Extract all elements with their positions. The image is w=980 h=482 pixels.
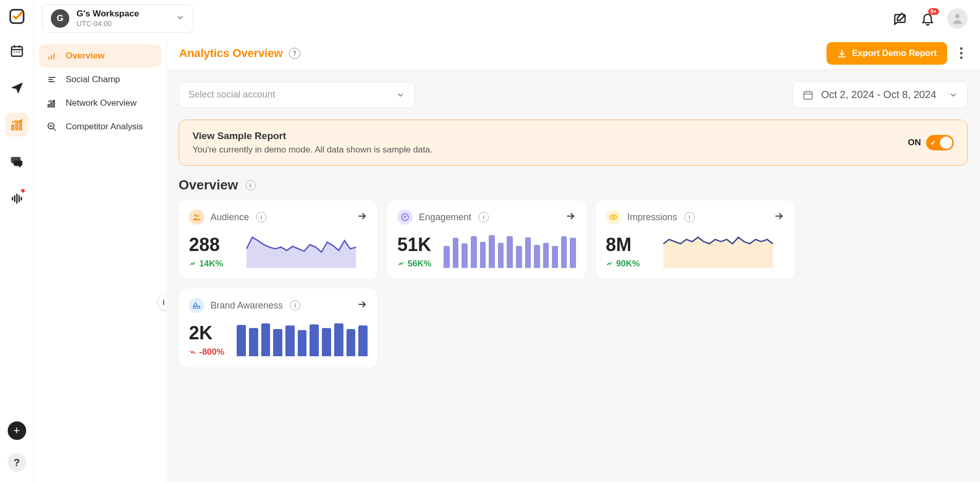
- metric-name: Brand Awareness: [210, 300, 283, 311]
- demo-toggle[interactable]: ✓: [926, 135, 954, 150]
- metric-name: Engagement: [419, 212, 471, 223]
- date-range-text: Oct 2, 2024 - Oct 8, 2024: [821, 89, 936, 101]
- help-button[interactable]: ?: [8, 453, 26, 472]
- workspace-name: G's Workspace: [76, 9, 139, 19]
- icon-rail: + ?: [0, 0, 33, 482]
- metric-name: Impressions: [627, 212, 677, 223]
- add-button[interactable]: +: [8, 421, 26, 440]
- info-icon[interactable]: ?: [289, 48, 300, 59]
- info-icon[interactable]: i: [245, 180, 256, 190]
- info-icon[interactable]: i: [256, 212, 266, 222]
- metric-icon: [189, 298, 204, 313]
- page-title: Analytics Overview ?: [179, 47, 300, 60]
- info-icon[interactable]: i: [478, 212, 489, 222]
- sidenav-item-network[interactable]: Network Overview: [39, 91, 161, 115]
- toggle-label: ON: [908, 138, 921, 148]
- network-icon: [46, 98, 57, 108]
- sidenav-item-overview[interactable]: Overview: [39, 44, 161, 68]
- sidenav-label: Network Overview: [66, 98, 137, 108]
- notification-badge: 9+: [928, 8, 939, 15]
- svg-point-37: [197, 215, 199, 217]
- workspace-timezone: UTC-04:00: [76, 20, 139, 28]
- sidenav-label: Overview: [66, 51, 105, 61]
- bars-icon: [46, 51, 57, 61]
- svg-rect-8: [12, 125, 13, 130]
- metric-card-impressions: Impressions i 8M 90K%: [595, 200, 795, 279]
- sidenav: Overview Social Champ Network Overview C…: [34, 37, 166, 482]
- svg-point-36: [195, 215, 197, 217]
- metric-change: -800%: [189, 347, 224, 357]
- metric-change: 56K%: [397, 259, 431, 269]
- arrow-right-icon[interactable]: [356, 299, 368, 312]
- metric-value: 2K: [189, 322, 224, 344]
- workspace-selector[interactable]: G G's Workspace UTC-04:00: [42, 4, 194, 32]
- metric-value: 288: [189, 234, 223, 256]
- sidenav-item-competitor[interactable]: Competitor Analysis: [39, 115, 161, 139]
- info-icon[interactable]: i: [684, 212, 695, 222]
- export-label: Export Demo Report: [852, 48, 937, 59]
- section-title: Overview i: [166, 177, 980, 200]
- compose-icon[interactable]: [892, 10, 908, 27]
- magnify-chart-icon: [46, 122, 57, 132]
- metric-value: 51K: [397, 234, 431, 256]
- svg-line-27: [53, 128, 56, 131]
- svg-point-6: [16, 51, 17, 52]
- filters-row: Select social account Oct 2, 2024 - Oct …: [166, 70, 980, 120]
- audio-icon[interactable]: [5, 187, 29, 210]
- chevron-down-icon: [176, 13, 185, 24]
- svg-point-39: [612, 216, 615, 219]
- metric-icon: [189, 209, 204, 225]
- banner-title: View Sample Report: [193, 130, 433, 142]
- more-options-button[interactable]: [954, 47, 968, 59]
- content-header: Analytics Overview ? Export Demo Report: [166, 37, 980, 70]
- svg-rect-9: [15, 123, 17, 130]
- svg-point-16: [955, 14, 960, 18]
- analytics-icon[interactable]: [5, 113, 29, 137]
- metric-change: 14K%: [189, 259, 223, 269]
- notifications-icon[interactable]: 9+: [919, 10, 936, 27]
- svg-point-38: [401, 214, 409, 221]
- metric-icon: [397, 209, 413, 225]
- date-range-picker[interactable]: Oct 2, 2024 - Oct 8, 2024: [793, 81, 968, 108]
- export-report-button[interactable]: Export Demo Report: [827, 42, 947, 65]
- svg-rect-10: [20, 121, 21, 129]
- svg-point-7: [18, 51, 20, 52]
- sidenav-label: Social Champ: [66, 74, 120, 85]
- demo-banner: View Sample Report You're currently in d…: [179, 120, 968, 166]
- metric-card-brand awareness: Brand Awareness i 2K -800%: [179, 288, 378, 368]
- content: Analytics Overview ? Export Demo Report …: [166, 37, 980, 482]
- info-icon[interactable]: i: [290, 300, 300, 311]
- sidenav-item-social-champ[interactable]: Social Champ: [39, 68, 161, 91]
- workspace-avatar: G: [51, 9, 69, 28]
- metric-card-audience: Audience i 288 14K%: [179, 200, 378, 279]
- send-icon[interactable]: [5, 76, 29, 100]
- arrow-right-icon[interactable]: [565, 210, 576, 224]
- metric-value: 8M: [606, 234, 640, 256]
- svg-point-5: [14, 51, 15, 52]
- metric-cards: Audience i 288 14K% Engagement i: [166, 200, 980, 380]
- metric-name: Audience: [210, 212, 249, 223]
- metric-card-engagement: Engagement i 51K 56K%: [387, 200, 586, 279]
- app-logo[interactable]: [8, 7, 26, 26]
- svg-rect-32: [804, 91, 813, 99]
- svg-rect-25: [53, 101, 55, 107]
- svg-rect-23: [48, 105, 50, 107]
- topbar: G G's Workspace UTC-04:00 9+: [34, 0, 980, 37]
- page-title-text: Analytics Overview: [179, 47, 283, 60]
- user-avatar[interactable]: [947, 8, 968, 29]
- metric-change: 90K%: [606, 259, 640, 269]
- calendar-icon[interactable]: [5, 39, 29, 63]
- arrow-right-icon[interactable]: [356, 210, 368, 224]
- social-account-select[interactable]: Select social account: [179, 82, 415, 108]
- banner-subtitle: You're currently in demo mode. All data …: [193, 145, 433, 155]
- select-placeholder: Select social account: [188, 89, 275, 100]
- chat-icon[interactable]: [5, 150, 29, 173]
- svg-rect-24: [51, 103, 52, 107]
- sidenav-label: Competitor Analysis: [66, 122, 143, 132]
- metric-icon: [606, 209, 621, 225]
- lines-icon: [46, 74, 57, 85]
- arrow-right-icon[interactable]: [773, 210, 784, 224]
- section-title-text: Overview: [179, 177, 238, 193]
